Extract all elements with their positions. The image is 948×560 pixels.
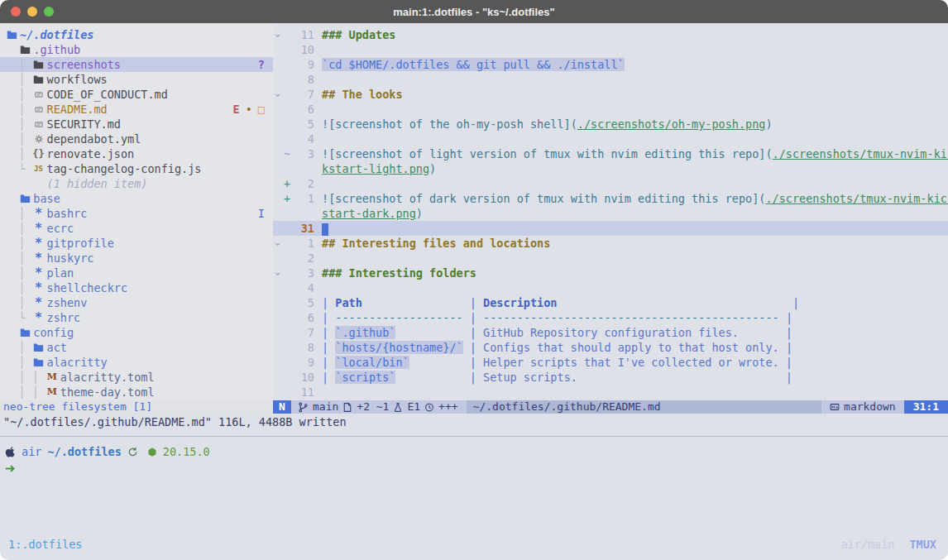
close-button[interactable]	[11, 7, 21, 17]
tree-item[interactable]: (1 hidden item)	[0, 176, 273, 191]
fold-chevron-icon	[273, 161, 283, 176]
line-number: 10	[291, 370, 314, 385]
tree-item[interactable]: │ workflows	[0, 72, 273, 87]
tree-item[interactable]: │ │ Mtheme-day.toml	[0, 385, 273, 400]
window-title: main:1:.dotfiles - "ks~/.dotfiles"	[0, 6, 948, 18]
editor-line[interactable]: 6	[273, 102, 948, 117]
tmux-window-item[interactable]: 1:.dotfiles	[8, 538, 82, 551]
editor-line[interactable]: 10	[273, 42, 948, 57]
tree-item-label: ecrc	[47, 221, 74, 236]
editor-line[interactable]: 8	[273, 72, 948, 87]
line-number: 2	[291, 251, 314, 266]
editor-line[interactable]: 8| `hosts/{hostname}/` | Configs that sh…	[273, 340, 948, 355]
tree-item[interactable]: │ act	[0, 340, 273, 355]
tree-item[interactable]: │ *huskyrc	[0, 251, 273, 266]
editor-line[interactable]: 5| Path | Description |	[273, 295, 948, 310]
line-number: 4	[291, 280, 314, 295]
tree-item[interactable]: │ CODE_OF_CONDUCT.md	[0, 87, 273, 102]
editor-line[interactable]: ›7## The looks	[273, 87, 948, 102]
editor-line[interactable]: 2	[273, 251, 948, 266]
editor-line[interactable]: 11	[273, 385, 948, 400]
editor-line[interactable]: 4	[273, 280, 948, 295]
filetype-label: markdown	[844, 400, 896, 414]
gitsign-blank	[283, 57, 291, 72]
help-badge: ?	[258, 57, 265, 72]
editor-line[interactable]: 9`cd $HOME/.dotfiles && git pull && ./in…	[273, 57, 948, 72]
asterisk-icon: *	[32, 280, 45, 295]
tree-guide: │	[0, 266, 32, 280]
tree-item-marks: ?	[258, 57, 265, 72]
tree-item-label: .github	[33, 42, 80, 57]
minimize-button[interactable]	[27, 7, 37, 17]
editor-line[interactable]: 5![screenshot of the oh-my-posh shell](.…	[273, 117, 948, 132]
tree-item[interactable]: │ *bashrcI	[0, 206, 273, 221]
editor-line[interactable]: ›3### Interesting folders	[273, 266, 948, 280]
line-text: start-dark.png)	[322, 206, 423, 221]
gitsign-blank	[283, 251, 291, 266]
tree-item[interactable]: │ alacritty	[0, 355, 273, 370]
tree-guide: │	[0, 146, 32, 161]
fold-chevron-icon	[273, 176, 283, 191]
editor-statusline: N main +2 ~1 E1 +++ ~/.dotfiles/.github/…	[273, 400, 948, 414]
line-text: | `.github` | GitHub Repository configur…	[322, 325, 792, 340]
fold-chevron-icon[interactable]: ›	[273, 266, 283, 280]
shell-pane[interactable]: air ~/.dotfiles 20.15.0	[0, 437, 948, 534]
tree-item[interactable]: │ README.mdE•□	[0, 102, 273, 117]
line-number: 3	[291, 146, 314, 161]
shell-input-line[interactable]	[5, 460, 948, 476]
tree-item[interactable]: │ *plan	[0, 266, 273, 280]
editor-pane[interactable]: ›11### Updates109`cd $HOME/.dotfiles && …	[273, 23, 948, 400]
editor-line[interactable]: +2	[273, 176, 948, 191]
gitsign-blank	[283, 355, 291, 370]
tree-item[interactable]: config	[0, 325, 273, 340]
tree-item[interactable]: │ *ecrc	[0, 221, 273, 236]
fold-chevron-icon	[273, 251, 283, 266]
editor-line[interactable]: start-dark.png)	[273, 206, 948, 221]
tree-item-label: workflows	[47, 72, 108, 87]
tree-item[interactable]: │ *zshenv	[0, 295, 273, 310]
gitsign-blank	[283, 72, 291, 87]
editor-line[interactable]: kstart-light.png)	[273, 161, 948, 176]
tree-item[interactable]: └ JStag-changelog-config.js	[0, 161, 273, 176]
tree-item[interactable]: ~/.dotfiles	[0, 27, 273, 42]
tree-item[interactable]: └ *zshrc	[0, 310, 273, 325]
editor-line[interactable]: 7| `.github` | GitHub Repository configu…	[273, 325, 948, 340]
tree-item-label: zshenv	[47, 295, 88, 310]
fold-chevron-icon	[273, 295, 283, 310]
zoom-button[interactable]	[44, 7, 54, 17]
tree-item[interactable]: │ SECURITY.md	[0, 117, 273, 132]
tree-item[interactable]: │ *gitprofile	[0, 236, 273, 251]
tree-item[interactable]: │ dependabot.yml	[0, 132, 273, 146]
editor-line[interactable]: 9| `local/bin` | Helper scripts that I'v…	[273, 355, 948, 370]
line-text: ## Interesting files and locations	[322, 236, 550, 251]
line-text: ![screenshot of the oh-my-posh shell](./…	[322, 117, 773, 132]
tree-item[interactable]: .github	[0, 42, 273, 57]
asterisk-icon: *	[32, 266, 45, 280]
tree-item[interactable]: │ *shellcheckrc	[0, 280, 273, 295]
editor-line[interactable]: 4	[273, 132, 948, 146]
file-icon	[32, 89, 45, 100]
git-branch-icon	[298, 402, 309, 413]
editor-line[interactable]: ›11### Updates	[273, 27, 948, 42]
tree-item-marks: I	[258, 206, 265, 221]
line-number: 7	[291, 325, 314, 340]
editor-line[interactable]: 10| `scripts` | Setup scripts. |	[273, 370, 948, 385]
fold-chevron-icon[interactable]: ›	[273, 87, 283, 102]
tree-item[interactable]: base	[0, 191, 273, 206]
fold-chevron-icon[interactable]: ›	[273, 236, 283, 251]
fold-chevron-icon	[273, 206, 283, 221]
editor-line[interactable]: 31	[273, 221, 948, 236]
tree-item[interactable]: │ {}renovate.json	[0, 146, 273, 161]
editor-line[interactable]: ›1## Interesting files and locations	[273, 236, 948, 251]
line-text: | `local/bin` | Helper scripts that I've…	[322, 355, 792, 370]
neo-tree-panel[interactable]: ~/.dotfiles .github │ screenshots? │ wor…	[0, 23, 273, 400]
terminal-body: ~/.dotfiles .github │ screenshots? │ wor…	[0, 23, 948, 560]
editor-line[interactable]: ~3![screenshot of light version of tmux …	[273, 146, 948, 161]
editor-line[interactable]: 6| ------------------- | ---------------…	[273, 310, 948, 325]
tree-item[interactable]: │ │ Malacritty.toml	[0, 370, 273, 385]
fold-chevron-icon[interactable]: ›	[273, 27, 283, 42]
line-number	[291, 161, 314, 176]
editor-line[interactable]: +1![screenshot of dark version of tmux w…	[273, 191, 948, 206]
asterisk-icon: *	[32, 221, 45, 236]
tree-item[interactable]: │ screenshots?	[0, 57, 273, 72]
